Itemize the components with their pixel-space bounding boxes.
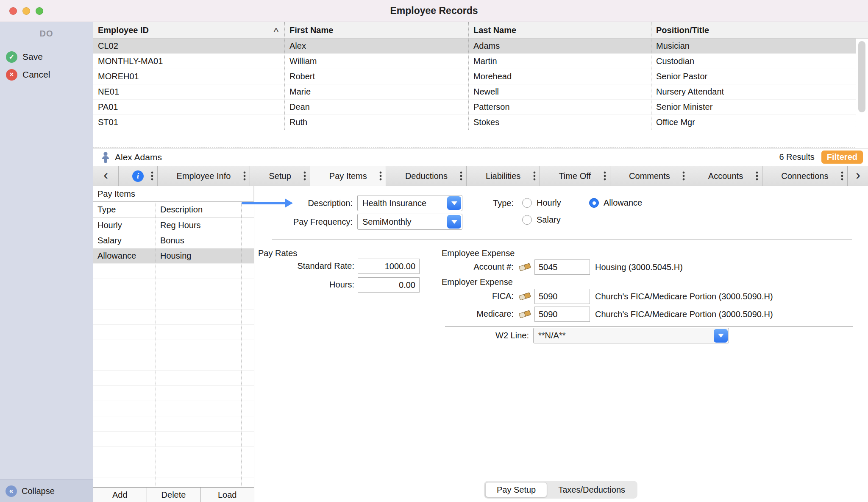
hours-field[interactable]: 0.00 bbox=[358, 277, 420, 293]
tab-menu-icon[interactable] bbox=[841, 171, 843, 181]
pay-item-row[interactable] bbox=[93, 340, 254, 355]
pay-item-row[interactable] bbox=[93, 325, 254, 340]
radio-allowance[interactable]: Allowance bbox=[589, 198, 642, 208]
employee-cell: MONTHLY-MA01 bbox=[93, 54, 285, 69]
tab-menu-icon[interactable] bbox=[682, 171, 685, 181]
list-scrollbar-gutter bbox=[241, 401, 254, 416]
chevron-down-icon[interactable] bbox=[447, 196, 461, 210]
tabs-scroll-right-button[interactable]: › bbox=[848, 166, 868, 186]
radio-hourly[interactable]: Hourly bbox=[522, 198, 561, 208]
pay-items-column-headers: Type Description bbox=[93, 202, 254, 218]
pay-item-row[interactable] bbox=[93, 355, 254, 371]
employee-row[interactable]: MONTHLY-MA01WilliamMartinCustodian bbox=[93, 54, 868, 69]
employee-row[interactable]: ST01RuthStokesOffice Mgr bbox=[93, 115, 868, 130]
tab-employee-info[interactable]: Employee Info bbox=[158, 166, 250, 186]
window-controls bbox=[9, 7, 43, 15]
account-lookup-icon[interactable] bbox=[518, 308, 531, 319]
pay-item-row[interactable] bbox=[93, 310, 254, 325]
pay-item-row[interactable] bbox=[93, 477, 254, 487]
pay-item-row[interactable]: HourlyReg Hours bbox=[93, 218, 254, 233]
pay-item-row[interactable] bbox=[93, 371, 254, 386]
tab-menu-icon[interactable] bbox=[533, 171, 536, 181]
employee-row[interactable]: NE01MarieNewellNursery Attendant bbox=[93, 84, 868, 100]
minimize-icon[interactable] bbox=[22, 7, 30, 15]
tab-menu-icon[interactable] bbox=[604, 171, 606, 181]
employee-row[interactable]: MOREH01RobertMoreheadSenior Pastor bbox=[93, 69, 868, 84]
description-dropdown[interactable]: Health Insurance bbox=[357, 195, 462, 211]
tab-menu-icon[interactable] bbox=[243, 171, 246, 181]
pay-item-row[interactable] bbox=[93, 462, 254, 477]
tab-comments[interactable]: Comments bbox=[610, 166, 690, 186]
tabs-scroll-left-button[interactable]: ‹ bbox=[93, 166, 119, 186]
pay-item-row[interactable] bbox=[93, 401, 254, 416]
load-button[interactable]: Load bbox=[200, 488, 254, 502]
vertical-scrollbar-thumb[interactable] bbox=[858, 41, 865, 112]
employee-cell: Alex bbox=[285, 39, 469, 53]
sort-ascending-icon: ^ bbox=[274, 30, 278, 34]
tab-setup[interactable]: Setup bbox=[250, 166, 310, 186]
column-header-type[interactable]: Type bbox=[93, 202, 156, 218]
collapse-button[interactable]: « Collapse bbox=[0, 480, 93, 502]
list-scrollbar-gutter bbox=[241, 462, 254, 477]
column-header-position-title[interactable]: Position/Title bbox=[651, 22, 868, 38]
column-header-first-name[interactable]: First Name bbox=[285, 22, 469, 38]
cancel-button[interactable]: × Cancel bbox=[0, 66, 93, 84]
tab-pay-items[interactable]: Pay Items bbox=[310, 166, 386, 186]
account-number-field[interactable]: 5045 bbox=[534, 259, 590, 275]
column-header-last-name[interactable]: Last Name bbox=[469, 22, 651, 38]
employee-row[interactable]: PA01DeanPattersonSenior Minister bbox=[93, 100, 868, 115]
account-lookup-icon[interactable] bbox=[518, 290, 531, 301]
pay-item-row[interactable] bbox=[93, 386, 254, 401]
tab-menu-icon[interactable] bbox=[756, 171, 758, 181]
filtered-badge[interactable]: Filtered bbox=[821, 151, 863, 164]
w2-line-value: **N/A** bbox=[534, 331, 714, 340]
medicare-field[interactable]: 5090 bbox=[534, 307, 590, 322]
sidebar: DO ✓ Save × Cancel « Collapse bbox=[0, 22, 93, 502]
employee-expense-title: Employee Expense bbox=[442, 246, 515, 260]
save-button[interactable]: ✓ Save bbox=[0, 48, 93, 66]
tab-strip: Employee InfoSetupPay ItemsDeductionsLia… bbox=[158, 166, 848, 186]
account-lookup-icon[interactable] bbox=[518, 261, 531, 272]
collapse-label: Collapse bbox=[22, 486, 55, 496]
person-icon bbox=[100, 151, 111, 163]
chevron-down-icon[interactable] bbox=[447, 215, 461, 229]
add-button[interactable]: Add bbox=[93, 488, 147, 502]
pay-item-type bbox=[93, 325, 156, 340]
vertical-scrollbar[interactable] bbox=[856, 39, 868, 148]
tab-time-off[interactable]: Time Off bbox=[540, 166, 610, 186]
sidebar-header: DO bbox=[0, 29, 93, 39]
w2-line-dropdown[interactable]: **N/A** bbox=[533, 328, 729, 343]
pay-item-row[interactable] bbox=[93, 279, 254, 294]
close-icon[interactable] bbox=[9, 7, 17, 15]
tab-accounts[interactable]: Accounts bbox=[689, 166, 762, 186]
employee-row[interactable]: CL02AlexAdamsMusician bbox=[93, 39, 868, 54]
fica-field[interactable]: 5090 bbox=[534, 289, 590, 304]
tab-pay-setup[interactable]: Pay Setup bbox=[485, 482, 547, 497]
pay-item-row[interactable] bbox=[93, 294, 254, 310]
tab-menu-icon[interactable] bbox=[379, 171, 382, 181]
tab-menu-icon[interactable] bbox=[151, 171, 153, 181]
pay-frequency-dropdown[interactable]: SemiMonthly bbox=[357, 214, 462, 230]
radio-salary[interactable]: Salary bbox=[522, 215, 561, 225]
tab-deductions[interactable]: Deductions bbox=[386, 166, 467, 186]
tab-record-info[interactable]: i bbox=[119, 166, 158, 186]
delete-button[interactable]: Delete bbox=[147, 488, 201, 502]
pay-item-row[interactable]: SalaryBonus bbox=[93, 233, 254, 248]
pay-item-row[interactable] bbox=[93, 416, 254, 432]
pay-item-row[interactable]: AllowanceHousing bbox=[93, 248, 254, 264]
tab-liabilities[interactable]: Liabilities bbox=[467, 166, 540, 186]
tab-label: Employee Info bbox=[177, 171, 231, 181]
tab-taxes-deductions[interactable]: Taxes/Deductions bbox=[547, 482, 636, 497]
tab-connections[interactable]: Connections bbox=[762, 166, 848, 186]
pay-item-row[interactable] bbox=[93, 432, 254, 447]
pay-item-row[interactable] bbox=[93, 264, 254, 279]
standard-rate-field[interactable]: 1000.00 bbox=[358, 259, 420, 274]
chevron-down-icon[interactable] bbox=[714, 329, 728, 343]
pay-item-row[interactable] bbox=[93, 447, 254, 462]
tab-menu-icon[interactable] bbox=[303, 171, 306, 181]
column-header-employee-id[interactable]: Employee ID ^ bbox=[93, 22, 285, 38]
column-header-description[interactable]: Description bbox=[156, 202, 241, 218]
list-scrollbar-gutter bbox=[241, 416, 254, 431]
tab-menu-icon[interactable] bbox=[460, 171, 462, 181]
zoom-icon[interactable] bbox=[36, 7, 43, 15]
